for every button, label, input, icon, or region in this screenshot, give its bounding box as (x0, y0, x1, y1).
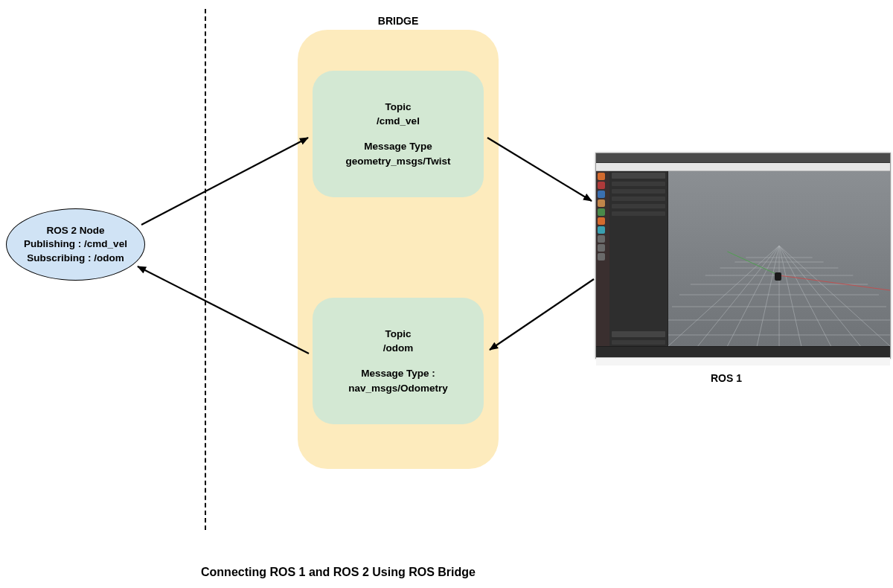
launcher-icon (598, 244, 605, 252)
topic-name: /cmd_vel (377, 114, 420, 129)
svg-line-11 (727, 246, 779, 346)
topic-title: Topic (385, 100, 412, 115)
launcher-icon (598, 226, 605, 234)
bridge-box: Topic /cmd_vel Message Type geometry_msg… (298, 30, 499, 469)
svg-line-9 (668, 246, 779, 346)
ros2-node-title: ROS 2 Node (46, 224, 104, 237)
topic-msg-type: nav_msgs/Odometry (348, 381, 448, 396)
svg-line-12 (757, 246, 779, 346)
robot-model (775, 272, 781, 281)
arrow-ros2-to-cmdvel (141, 138, 308, 225)
launcher-icon (598, 182, 605, 189)
simulator-bottom-toolbar (596, 346, 890, 357)
topic-msg-type: geometry_msgs/Twist (346, 154, 451, 169)
window-menubar (596, 163, 890, 171)
launcher-icon (598, 199, 605, 207)
topic-msg-label: Message Type : (361, 366, 435, 381)
simulator-side-panel (609, 171, 668, 346)
ground-grid (668, 171, 890, 346)
launcher-icon (598, 217, 605, 225)
svg-line-10 (698, 246, 779, 346)
topic-name: /odom (383, 341, 414, 356)
arrow-odom-to-ros2 (138, 266, 309, 354)
launcher-icon (598, 235, 605, 243)
ros1-simulator-screenshot (595, 153, 891, 359)
svg-line-18 (779, 275, 890, 290)
svg-line-16 (779, 246, 860, 346)
arrow-ros1-to-odom (490, 279, 594, 350)
svg-line-15 (779, 246, 831, 346)
diagram-caption: Connecting ROS 1 and ROS 2 Using ROS Bri… (201, 566, 476, 579)
svg-line-17 (779, 246, 890, 346)
bridge-label: BRIDGE (353, 15, 443, 27)
window-statusbar (596, 357, 890, 365)
ros2-node-subscribing: Subscribing : /odom (27, 252, 124, 265)
ros1-label: ROS 1 (711, 372, 742, 384)
topic-msg-label: Message Type (364, 139, 432, 154)
vertical-divider (205, 9, 206, 530)
arrow-cmdvel-to-ros1 (487, 138, 592, 201)
launcher-icon (598, 208, 605, 216)
launcher-icon (598, 253, 605, 261)
topic-title: Topic (385, 327, 412, 342)
launcher-icon (598, 173, 605, 180)
simulator-viewport (668, 171, 890, 346)
ros2-node-publishing: Publishing : /cmd_vel (24, 237, 127, 251)
svg-line-14 (779, 246, 801, 346)
bridge-topic-odom: Topic /odom Message Type : nav_msgs/Odom… (313, 298, 484, 424)
desktop-launcher (596, 171, 609, 346)
bridge-topic-cmd-vel: Topic /cmd_vel Message Type geometry_msg… (313, 71, 484, 197)
launcher-icon (598, 191, 605, 198)
window-titlebar (596, 153, 890, 163)
ros2-node: ROS 2 Node Publishing : /cmd_vel Subscri… (6, 208, 145, 281)
